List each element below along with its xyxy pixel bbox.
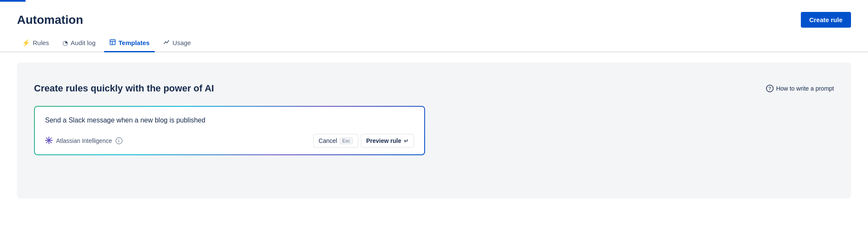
- tab-templates[interactable]: Templates: [104, 34, 155, 52]
- audit-log-icon: ◔: [62, 39, 68, 47]
- templates-icon: [109, 39, 116, 47]
- ai-input-footer: Atlassian Intelligence i Cancel Esc Prev…: [45, 134, 414, 148]
- main-content-area: Create rules quickly with the power of A…: [17, 63, 851, 199]
- ai-section-header: Create rules quickly with the power of A…: [34, 83, 834, 94]
- tab-usage-label: Usage: [173, 39, 191, 46]
- cancel-label: Cancel: [319, 137, 338, 144]
- navigation-tabs: ⚡ Rules ◔ Audit log Templates Usage: [0, 34, 868, 52]
- ai-section-title: Create rules quickly with the power of A…: [34, 83, 214, 94]
- preview-rule-label: Preview rule: [366, 137, 402, 144]
- atlassian-intelligence-text: Atlassian Intelligence: [56, 137, 112, 144]
- help-icon: ?: [766, 85, 774, 92]
- tab-rules[interactable]: ⚡ Rules: [17, 35, 54, 52]
- usage-icon: [163, 39, 170, 47]
- rules-icon: ⚡: [22, 39, 30, 47]
- create-rule-button[interactable]: Create rule: [801, 12, 851, 28]
- enter-icon: ↵: [404, 138, 408, 144]
- ai-input-container: Send a Slack message when a new blog is …: [35, 107, 424, 154]
- svg-rect-0: [110, 40, 115, 45]
- page-title: Automation: [17, 13, 83, 27]
- tab-audit-log-label: Audit log: [71, 39, 95, 46]
- ai-input-wrapper: Send a Slack message when a new blog is …: [34, 106, 425, 155]
- preview-rule-button[interactable]: Preview rule ↵: [361, 134, 414, 148]
- atlassian-intelligence-label: Atlassian Intelligence i: [45, 137, 122, 145]
- cancel-button[interactable]: Cancel Esc: [313, 134, 358, 148]
- tab-templates-label: Templates: [119, 39, 150, 46]
- action-buttons: Cancel Esc Preview rule ↵: [313, 134, 414, 148]
- info-icon[interactable]: i: [116, 137, 122, 144]
- esc-shortcut-badge: Esc: [340, 137, 352, 144]
- page-header: Automation Create rule: [0, 2, 868, 28]
- tab-rules-label: Rules: [33, 39, 49, 46]
- how-to-write-prompt-link[interactable]: ? How to write a prompt: [766, 85, 834, 92]
- tab-usage[interactable]: Usage: [158, 34, 196, 52]
- how-to-label: How to write a prompt: [776, 85, 834, 92]
- ai-input-value[interactable]: Send a Slack message when a new blog is …: [45, 115, 414, 125]
- atlassian-intelligence-icon: [45, 137, 53, 145]
- tab-audit-log[interactable]: ◔ Audit log: [57, 35, 100, 52]
